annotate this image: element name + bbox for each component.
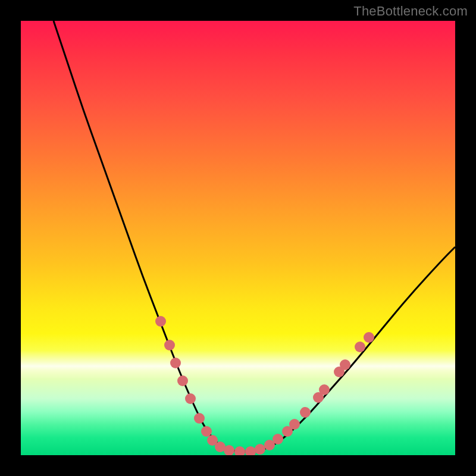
marker-dot	[215, 441, 226, 452]
marker-dot	[194, 413, 205, 424]
marker-dot	[224, 445, 234, 455]
marker-dot	[234, 446, 245, 455]
white-highlight-band	[21, 350, 455, 379]
marker-dot	[155, 316, 166, 327]
marker-dot	[164, 340, 175, 350]
marker-dot	[340, 359, 350, 370]
marker-dot	[264, 440, 275, 450]
marker-dot	[185, 393, 196, 404]
marker-dot	[319, 384, 330, 395]
marker-dot	[177, 375, 188, 386]
highlight-dots	[155, 316, 374, 455]
marker-dot	[289, 419, 300, 430]
plot-area	[21, 21, 455, 455]
marker-dot	[313, 392, 324, 403]
marker-dot	[207, 435, 218, 446]
marker-dot	[355, 342, 365, 352]
main-curve	[54, 21, 455, 452]
marker-dot	[300, 407, 311, 418]
marker-dot	[282, 426, 293, 437]
marker-dot	[201, 426, 212, 437]
watermark-text: TheBottleneck.com	[353, 4, 468, 19]
marker-dot	[255, 444, 265, 455]
marker-dot	[273, 434, 283, 444]
marker-dot	[334, 367, 345, 377]
chart-container: TheBottleneck.com	[0, 0, 476, 476]
marker-dot	[245, 446, 256, 455]
curve-layer	[21, 21, 455, 455]
marker-dot	[170, 358, 181, 368]
marker-dot	[364, 332, 374, 343]
